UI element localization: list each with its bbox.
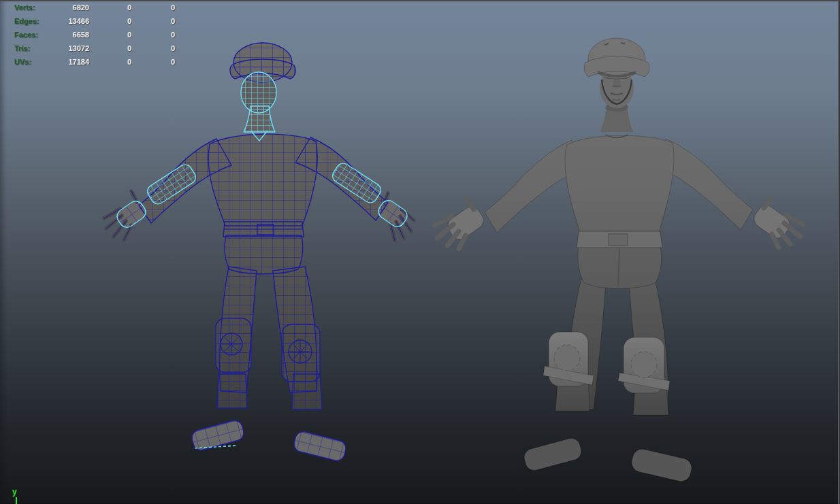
hud-value: 13072 (54, 41, 89, 55)
hud-selected-count-2: 0 (131, 41, 175, 55)
hud-row-tris: Tris: 13072 0 0 (0, 41, 191, 55)
hud-row-verts: Verts: 6820 0 0 (0, 1, 191, 14)
axis-y-label: y (12, 488, 17, 496)
hud-selected-count-2: 0 (131, 28, 175, 41)
hud-selected-count: 0 (89, 14, 131, 28)
axis-y-arrow (16, 497, 17, 504)
knee-pads (543, 332, 670, 393)
hud-value: 13466 (54, 14, 89, 28)
hud-label: Tris: (14, 41, 54, 55)
hud-label: Faces: (14, 28, 54, 41)
hud-selected-count: 0 (89, 28, 131, 41)
axis-gizmo: y (12, 488, 33, 504)
soldier-model-shaded[interactable] (434, 38, 803, 483)
poly-count-hud: Verts: 6820 0 0 Edges: 13466 0 0 Faces: … (0, 1, 191, 69)
hud-selected-count-2: 0 (131, 55, 175, 69)
hud-label: UVs: (14, 55, 54, 69)
soldier-model-wireframe[interactable] (104, 43, 414, 463)
scene-canvas[interactable] (0, 0, 840, 504)
maya-viewport-window: Verts: 6820 0 0 Edges: 13466 0 0 Faces: … (0, 0, 840, 504)
hud-label: Edges: (14, 14, 54, 28)
hud-selected-count: 0 (89, 41, 131, 55)
hud-row-edges: Edges: 13466 0 0 (0, 14, 191, 28)
hud-selected-count-2: 0 (131, 14, 175, 28)
hud-row-uvs: UVs: 17184 0 0 (0, 55, 191, 69)
hud-selected-count-2: 0 (131, 1, 175, 14)
hud-value: 6820 (54, 1, 89, 14)
hud-label: Verts: (14, 1, 54, 14)
hud-selected-count: 0 (89, 1, 131, 14)
perspective-viewport[interactable]: Verts: 6820 0 0 Edges: 13466 0 0 Faces: … (0, 0, 840, 504)
hud-row-faces: Faces: 6658 0 0 (0, 28, 191, 41)
hud-value: 17184 (54, 55, 89, 69)
hud-value: 6658 (54, 28, 89, 41)
hud-selected-count: 0 (89, 55, 131, 69)
shaded-helmet (584, 38, 649, 79)
belt-buckle (609, 234, 628, 246)
